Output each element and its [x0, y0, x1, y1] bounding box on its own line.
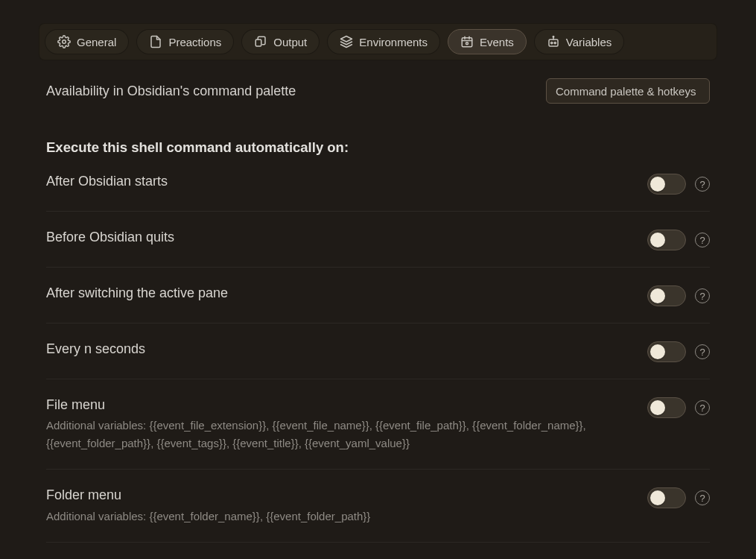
setting-editor-menu: Editor menu ?	[46, 543, 710, 559]
help-icon[interactable]: ?	[695, 288, 710, 303]
toggle-before-quit[interactable]	[647, 230, 686, 250]
tab-environments[interactable]: Environments	[327, 29, 440, 54]
tab-variables[interactable]: Variables	[534, 29, 624, 54]
gear-icon	[57, 35, 71, 48]
toggle-file-menu[interactable]	[647, 397, 686, 418]
availability-label: Availability in Obsidian's command palet…	[46, 83, 296, 99]
help-icon[interactable]: ?	[695, 177, 710, 192]
tab-label: Preactions	[168, 36, 221, 48]
svg-point-9	[550, 42, 552, 43]
help-icon[interactable]: ?	[695, 400, 710, 415]
setting-name: Every n seconds	[46, 340, 629, 358]
tab-label: Environments	[359, 36, 428, 48]
svg-point-7	[466, 42, 468, 45]
bot-icon	[547, 35, 560, 48]
tab-preactions[interactable]: Preactions	[136, 29, 234, 54]
toggle-after-start[interactable]	[647, 174, 686, 195]
setting-name: After Obsidian starts	[46, 172, 629, 190]
svg-rect-8	[549, 40, 558, 46]
toggle-knob	[650, 177, 665, 192]
svg-rect-1	[256, 40, 262, 46]
setting-before-quit: Before Obsidian quits ?	[46, 212, 710, 268]
section-title: Execute this shell command automatically…	[46, 139, 710, 156]
tab-events[interactable]: Events	[448, 29, 527, 54]
tab-label: Output	[273, 36, 307, 48]
setting-after-start: After Obsidian starts ?	[46, 156, 710, 212]
toggle-knob	[650, 400, 665, 415]
availability-row: Availability in Obsidian's command palet…	[46, 78, 710, 104]
svg-point-11	[553, 37, 554, 38]
calendar-icon	[460, 35, 474, 48]
output-icon	[254, 35, 267, 48]
file-icon	[149, 35, 162, 48]
help-icon[interactable]: ?	[695, 233, 710, 247]
toggle-knob	[650, 490, 665, 505]
tab-bar: General Preactions Output Environments E…	[39, 23, 717, 60]
tab-label: Variables	[566, 36, 612, 48]
tab-label: General	[77, 36, 116, 48]
toggle-switch-pane[interactable]	[647, 285, 686, 306]
svg-point-0	[63, 40, 66, 44]
dropdown-value: Command palette & hotkeys	[556, 85, 696, 98]
setting-folder-menu: Folder menu Additional variables: {{even…	[46, 470, 710, 542]
layers-icon	[340, 35, 353, 48]
availability-dropdown[interactable]: Command palette & hotkeys	[546, 78, 710, 104]
toggle-knob	[650, 344, 665, 359]
tab-label: Events	[480, 36, 514, 48]
setting-name: Folder menu	[46, 486, 629, 504]
setting-every-n: Every n seconds ?	[46, 323, 710, 379]
tab-general[interactable]: General	[45, 29, 129, 54]
svg-marker-2	[341, 37, 352, 42]
setting-name: After switching the active pane	[46, 284, 629, 302]
help-icon[interactable]: ?	[695, 344, 710, 359]
svg-point-10	[554, 42, 556, 43]
toggle-every-n[interactable]	[647, 341, 686, 362]
setting-description: Additional variables: {{event_file_exten…	[46, 417, 612, 452]
toggle-knob	[650, 288, 665, 303]
setting-switch-pane: After switching the active pane ?	[46, 268, 710, 323]
toggle-folder-menu[interactable]	[647, 487, 686, 508]
setting-name: Before Obsidian quits	[46, 228, 629, 246]
setting-description: Additional variables: {{event_folder_nam…	[46, 508, 612, 525]
setting-name: File menu	[46, 396, 629, 414]
help-icon[interactable]: ?	[695, 490, 710, 505]
toggle-knob	[650, 233, 665, 247]
tab-output[interactable]: Output	[241, 29, 320, 54]
setting-file-menu: File menu Additional variables: {{event_…	[46, 379, 710, 470]
